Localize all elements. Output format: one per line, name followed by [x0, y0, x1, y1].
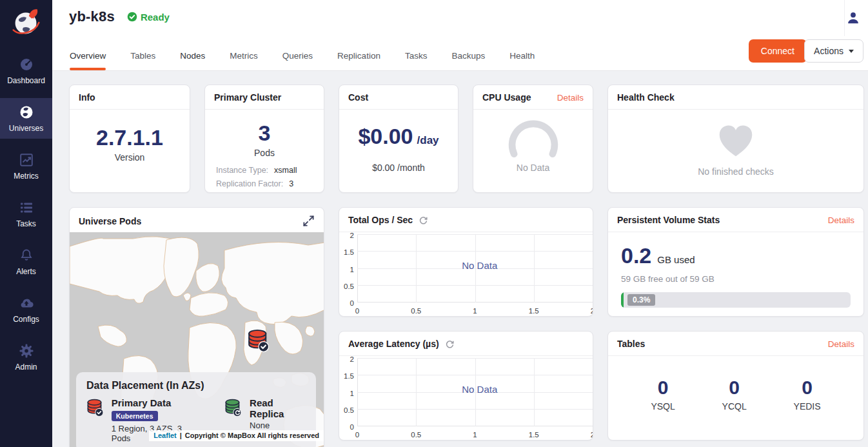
sidebar-item-metrics[interactable]: Metrics [0, 146, 52, 186]
connect-button[interactable]: Connect [749, 39, 807, 63]
primary-data-database-marker[interactable] [247, 328, 270, 355]
tab-tables[interactable]: Tables [130, 51, 155, 70]
tab-health[interactable]: Health [509, 51, 535, 70]
x-tick-label: 0 [355, 307, 359, 315]
health-check-card: Health Check No finished checks [607, 84, 864, 193]
info-card: Info 2.7.1.1 Version [69, 84, 190, 193]
y-tick-label: 0.5 [339, 283, 354, 290]
volume-details-link[interactable]: Details [828, 215, 854, 225]
tab-nodes[interactable]: Nodes [180, 51, 205, 70]
gridline-v [534, 359, 535, 426]
sidebar-item-label: Configs [13, 315, 39, 324]
sidebar-item-universes[interactable]: Universes [0, 98, 52, 139]
kubernetes-badge: Kubernetes [112, 411, 158, 421]
cost-day-unit: /day [417, 134, 439, 146]
leaflet-link[interactable]: Leaflet [153, 432, 176, 439]
read-replica-database-icon [224, 397, 242, 418]
universe-header: yb-k8s Ready Overview Tables Nodes Metri… [52, 0, 868, 71]
replication-factor-row: Replication Factor: 3 [216, 179, 313, 188]
heart-icon [715, 121, 757, 159]
y-tick-label: 1 [339, 390, 354, 397]
x-tick-label: 1.5 [529, 307, 539, 315]
refresh-icon[interactable] [445, 339, 455, 349]
tab-metrics[interactable]: Metrics [230, 51, 258, 70]
card-title: CPU Usage [482, 92, 531, 103]
y-tick-label: 0 [339, 423, 354, 431]
sidebar-item-admin[interactable]: Admin [0, 337, 52, 377]
primary-data-label: Primary Data [112, 397, 197, 408]
card-title: Persistent Volume Stats [617, 215, 720, 225]
version-value: 2.7.1.1 [70, 125, 190, 150]
metrics-chart-icon [19, 152, 34, 168]
tab-overview[interactable]: Overview [70, 51, 106, 70]
tab-replication[interactable]: Replication [337, 51, 380, 70]
read-replica-detail: None [250, 421, 306, 430]
tab-tasks[interactable]: Tasks [405, 51, 428, 70]
persistent-volume-card: Persistent Volume Stats Details 0.2 GB u… [607, 207, 864, 317]
x-tick-label: 1 [473, 431, 477, 439]
app-logo[interactable] [0, 0, 52, 45]
x-tick-label: 0 [355, 431, 359, 439]
ycql-stat: 0 YCQL [722, 377, 747, 412]
configs-cloud-icon [18, 295, 35, 311]
x-tick-label: 0.5 [411, 307, 421, 315]
free-space-text: 59 GB free out of 59 GB [621, 274, 851, 284]
sidebar: Dashboard Universes Metrics Tasks Alerts [0, 0, 52, 447]
sidebar-item-label: Metrics [14, 172, 39, 181]
total-ops-plot: 00.511.5200.511.52No Data [339, 232, 593, 317]
pods-count: 3 [205, 121, 324, 146]
ycql-count: 0 [722, 377, 747, 399]
refresh-icon[interactable] [419, 215, 428, 225]
dashboard-gauge-icon [19, 57, 34, 72]
yedis-stat: 0 YEDIS [794, 377, 821, 412]
health-no-checks: No finished checks [698, 166, 774, 177]
no-data-label: No Data [462, 384, 497, 395]
sidebar-item-label: Tasks [16, 219, 36, 228]
ysql-count: 0 [651, 377, 675, 399]
world-map[interactable]: Data Placement (In AZs) [70, 232, 324, 447]
yedis-count: 0 [794, 377, 821, 399]
x-tick-label: 0.5 [411, 431, 421, 439]
cost-per-month: $0.00 /month [339, 163, 458, 173]
tab-backups[interactable]: Backups [451, 51, 485, 70]
overview-content: Info 2.7.1.1 Version Primary Cluster 3 P… [52, 71, 868, 447]
x-tick-label: 2 [591, 307, 593, 315]
card-title: Info [79, 92, 95, 103]
expand-icon[interactable] [302, 215, 315, 227]
sidebar-item-tasks[interactable]: Tasks [0, 194, 52, 234]
actions-button[interactable]: Actions [804, 39, 863, 63]
x-tick-label: 1 [473, 307, 477, 315]
tab-queries[interactable]: Queries [282, 51, 313, 70]
ycql-label: YCQL [722, 401, 747, 412]
gb-used-unit: GB used [657, 254, 695, 265]
version-label: Version [70, 152, 190, 163]
main-area: yb-k8s Ready Overview Tables Nodes Metri… [52, 0, 868, 447]
sidebar-item-alerts[interactable]: Alerts [0, 241, 52, 282]
user-profile-icon[interactable] [845, 10, 862, 29]
y-tick-label: 1 [339, 266, 354, 273]
alerts-bell-icon [19, 248, 34, 263]
universe-pods-card: Universe Pods [69, 207, 324, 447]
card-title: Cost [348, 92, 368, 103]
gridline-v [416, 359, 417, 426]
pods-label: Pods [205, 148, 324, 158]
sidebar-item-configs[interactable]: Configs [0, 289, 52, 330]
universe-globe-icon [19, 104, 34, 120]
legend-title: Data Placement (In AZs) [86, 380, 306, 392]
tables-details-link[interactable]: Details [828, 339, 854, 349]
gauge-arc-icon [503, 120, 564, 160]
card-title: Health Check [617, 92, 675, 103]
status-label: Ready [141, 12, 170, 23]
total-ops-chart-card: Total Ops / Sec 00.511.5200.511.52No Dat… [339, 207, 593, 317]
cost-per-day: $0.00/day [339, 124, 458, 149]
instance-type-key: Instance Type: [216, 166, 268, 175]
gridline-v [534, 235, 535, 303]
card-title: Primary Cluster [214, 92, 281, 103]
sidebar-item-dashboard[interactable]: Dashboard [0, 50, 52, 91]
chevron-down-icon [849, 50, 854, 53]
cpu-details-link[interactable]: Details [557, 93, 584, 103]
sidebar-nav: Dashboard Universes Metrics Tasks Alerts [0, 50, 52, 384]
map-attribution: Leaflet | Copyright © MapBox All rights … [149, 430, 324, 441]
attribution-separator: | [180, 432, 182, 439]
cost-card: Cost $0.00/day $0.00 /month [339, 84, 459, 193]
